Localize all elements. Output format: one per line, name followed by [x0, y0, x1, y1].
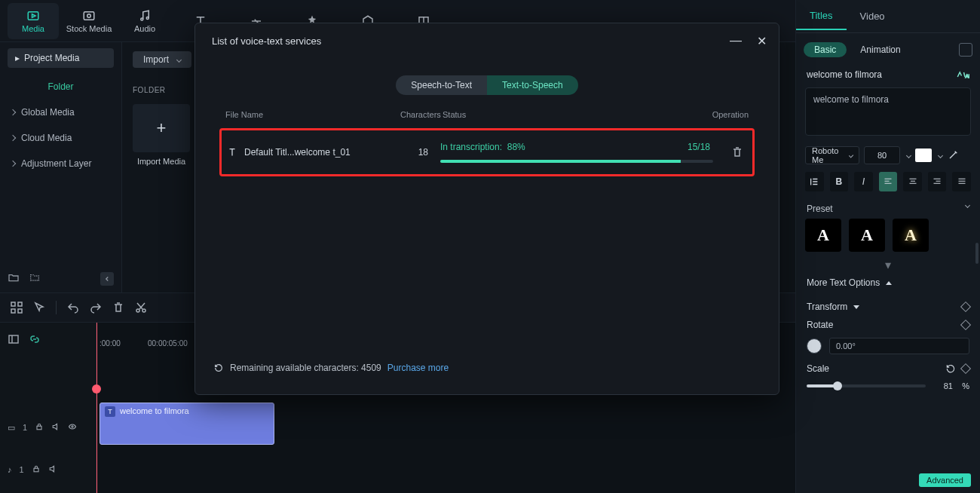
sidebar-global-label: Global Media	[21, 107, 75, 118]
import-media-button[interactable]: + Import Media	[133, 104, 190, 166]
ai-edit-icon[interactable]: AI	[956, 69, 969, 80]
transform-label[interactable]: Transform	[807, 302, 847, 312]
mute-icon[interactable]	[48, 464, 57, 475]
stock-icon	[82, 9, 96, 23]
tab-video[interactable]: Video	[847, 3, 899, 29]
media-icon	[26, 9, 40, 23]
title-textarea[interactable]: welcome to filmora	[805, 87, 971, 136]
cut-icon[interactable]	[135, 302, 147, 314]
tab-titles[interactable]: Titles	[796, 2, 847, 30]
subtab-basic[interactable]: Basic	[804, 42, 847, 57]
sort-icon[interactable]	[29, 271, 41, 286]
folder-section-label: FOLDER	[133, 86, 166, 94]
close-button[interactable]: ✕	[757, 34, 767, 48]
collapse-sidebar-button[interactable]	[100, 272, 114, 286]
align-left-button[interactable]	[879, 172, 898, 191]
scale-slider[interactable]	[807, 384, 926, 387]
audio-icon	[138, 9, 152, 23]
nav-audio-label: Audio	[134, 24, 155, 33]
col-characters: Characters	[400, 110, 443, 119]
nav-stock-label: Stock Media	[66, 24, 112, 33]
scale-unit: %	[959, 381, 969, 390]
marker-icon[interactable]	[8, 333, 20, 348]
chevron-down-icon	[965, 203, 970, 208]
chevron-down-icon	[906, 152, 911, 158]
status-label: In transcription:	[440, 142, 502, 152]
chevron-right-icon	[10, 109, 16, 115]
scale-label: Scale	[807, 363, 829, 374]
sidebar-item-adjustment[interactable]: Adjustment Layer	[0, 151, 121, 176]
font-select[interactable]: Roboto Me	[805, 146, 859, 164]
eyedropper-icon[interactable]	[947, 149, 959, 161]
align-center-button[interactable]	[903, 172, 922, 191]
minimize-button[interactable]: —	[730, 34, 742, 48]
redo-icon[interactable]	[90, 302, 102, 314]
delete-job-button[interactable]	[713, 146, 743, 158]
visible-icon[interactable]	[68, 422, 77, 433]
cursor-icon[interactable]	[33, 302, 45, 314]
undo-icon[interactable]	[67, 302, 79, 314]
line-height-button[interactable]	[805, 172, 824, 191]
align-right-button[interactable]	[928, 172, 947, 191]
svg-marker-1	[32, 14, 36, 18]
rotate-value[interactable]: 0.00°	[829, 338, 969, 354]
purchase-more-link[interactable]: Purchase more	[387, 363, 449, 373]
advanced-button[interactable]: Advanced	[919, 473, 971, 487]
lock-icon[interactable]	[32, 464, 41, 475]
expand-presets[interactable]: ▾	[796, 258, 980, 267]
align-justify-button[interactable]	[952, 172, 971, 191]
svg-point-4	[141, 18, 143, 20]
link-icon[interactable]	[29, 333, 41, 345]
more-text-label[interactable]: More Text Options	[807, 277, 880, 288]
svg-point-5	[146, 17, 149, 20]
preset-1[interactable]: A	[805, 219, 841, 252]
nav-audio[interactable]: Audio	[119, 3, 170, 39]
color-swatch[interactable]	[915, 149, 932, 162]
rotate-knob[interactable]	[807, 338, 822, 354]
video-track-icon[interactable]: ▭	[8, 423, 15, 433]
chevron-down-icon	[176, 57, 182, 62]
title-clip-icon: T	[105, 406, 115, 417]
reset-icon[interactable]	[945, 363, 956, 374]
new-folder-icon[interactable]	[8, 271, 20, 286]
bold-button[interactable]: B	[830, 172, 849, 191]
italic-button[interactable]: I	[854, 172, 873, 191]
svg-point-14	[136, 309, 139, 312]
tab-speech-to-text[interactable]: Speech-to-Text	[396, 75, 487, 95]
import-dropdown[interactable]: Import	[133, 51, 191, 68]
audio-track-icon[interactable]: ♪	[8, 465, 12, 474]
status-count: 15/18	[688, 142, 710, 152]
lock-icon[interactable]	[35, 422, 44, 433]
save-preset-icon[interactable]	[959, 43, 972, 57]
delete-icon[interactable]	[112, 302, 124, 314]
sidebar-project-media[interactable]: ▸ Project Media	[8, 48, 114, 68]
sidebar-item-cloud[interactable]: Cloud Media	[0, 125, 121, 151]
tts-job-row: Default Titl...welcome t_01 18 In transc…	[219, 128, 755, 176]
chevron-right-icon	[10, 161, 16, 167]
playhead[interactable]	[96, 323, 97, 493]
nav-media[interactable]: Media	[8, 3, 59, 39]
font-size-select[interactable]: 80	[864, 146, 900, 164]
progress-bar	[440, 160, 713, 163]
preset-3[interactable]: A	[893, 219, 929, 252]
grid-icon[interactable]	[11, 302, 23, 314]
preset-2[interactable]: A	[849, 219, 885, 252]
tab-text-to-speech[interactable]: Text-to-Speech	[487, 75, 578, 95]
chevron-up-icon	[886, 281, 892, 285]
keyframe-icon[interactable]	[960, 320, 971, 330]
timeline-clip-title[interactable]: T welcome to filmora	[100, 403, 274, 445]
import-label: Import	[143, 54, 169, 65]
svg-point-3	[87, 14, 91, 18]
keyframe-icon[interactable]	[960, 363, 971, 374]
nav-stock-media[interactable]: Stock Media	[63, 3, 115, 39]
subtab-animation[interactable]: Animation	[860, 44, 900, 55]
chevron-right-icon	[10, 135, 16, 141]
keyframe-icon[interactable]	[960, 302, 971, 312]
refresh-icon[interactable]	[213, 363, 224, 373]
timeline-track-headers: ▭1 ♪1	[0, 323, 96, 493]
mute-icon[interactable]	[51, 422, 60, 433]
scrollbar[interactable]	[975, 243, 978, 264]
svg-rect-2	[84, 12, 94, 20]
sidebar-folder-label[interactable]: Folder	[0, 74, 121, 100]
sidebar-item-global[interactable]: Global Media	[0, 100, 121, 125]
